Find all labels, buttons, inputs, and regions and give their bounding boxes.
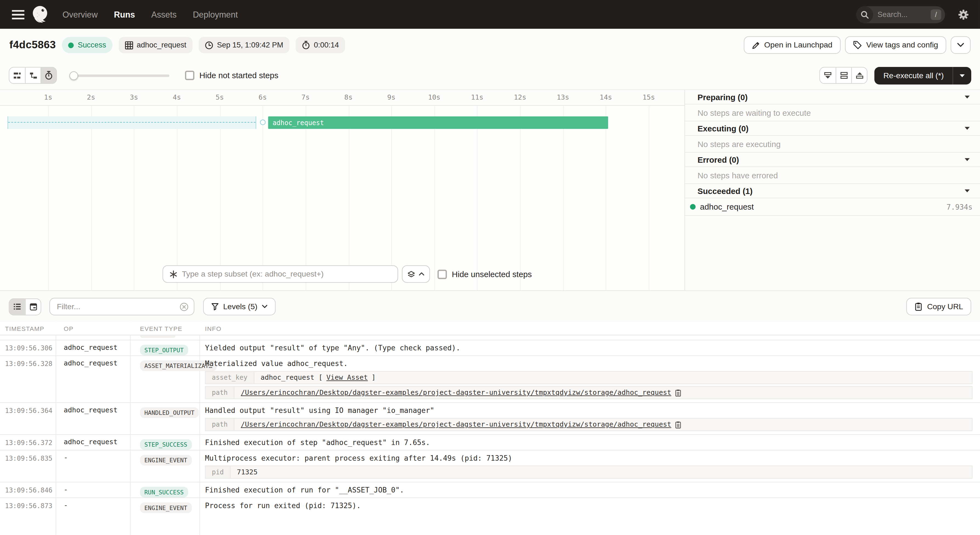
levels-filter-button[interactable]: Levels (5)	[203, 298, 275, 316]
structured-log-view-button[interactable]	[9, 299, 25, 315]
copy-path-icon[interactable]	[675, 389, 681, 396]
copy-url-button[interactable]: Copy URL	[907, 298, 971, 316]
metadata-entry: path/Users/erincochran/Desktop/dagster-e…	[205, 418, 973, 431]
expand-top-panel-button[interactable]	[851, 67, 867, 83]
section-header-1[interactable]: Executing (0)	[685, 121, 980, 136]
dagster-logo-icon[interactable]	[30, 5, 50, 24]
run-actions-menu-button[interactable]	[951, 36, 971, 54]
section-header-3[interactable]: Succeeded (1)	[685, 184, 980, 198]
chevron-down-icon	[957, 43, 964, 48]
log-table-row[interactable]: 13:09:56.306adhoc_requestSTEP_OUTPUTYiel…	[0, 340, 980, 355]
clear-filter-icon[interactable]	[180, 302, 189, 311]
nav-link-deployment[interactable]: Deployment	[193, 10, 238, 19]
section-title: Preparing (0)	[697, 92, 964, 102]
gantt-toolbar: Hide not started steps	[0, 61, 980, 89]
gridline	[434, 105, 435, 290]
zoom-slider[interactable]	[69, 71, 169, 80]
flat-view-icon	[13, 72, 21, 79]
hide-unselected-checkbox[interactable]	[438, 270, 447, 279]
storage-path-link[interactable]: /Users/erincochran/Desktop/dagster-examp…	[241, 388, 671, 397]
hide-not-started-checkbox-row[interactable]: Hide not started steps	[185, 71, 278, 80]
section-header-2[interactable]: Errored (0)	[685, 153, 980, 167]
nav-link-overview[interactable]: Overview	[62, 10, 97, 19]
view-tags-config-button[interactable]: View tags and config	[845, 36, 946, 54]
step-subset-input[interactable]: Type a step subset (ex: adhoc_request+)	[162, 265, 398, 283]
waterfall-view-button[interactable]	[25, 67, 41, 83]
log-timestamp: 13:09:56.835	[0, 450, 56, 482]
reexecute-all-button[interactable]: Re-execute all (*)	[875, 67, 972, 84]
run-id: f4dc5863	[9, 39, 56, 51]
timed-view-button[interactable]	[41, 67, 56, 83]
log-filter-input[interactable]: Filter...	[49, 298, 194, 316]
event-type-badge: STEP_SUCCESS	[140, 439, 192, 450]
log-toolbar: Filter... Levels (5) Copy	[0, 291, 980, 322]
log-info: Finished execution of run for "__ASSET_J…	[199, 482, 980, 497]
axis-tick: 10s	[428, 93, 441, 102]
list-view-icon	[13, 303, 21, 310]
caret-up-icon	[419, 272, 425, 276]
axis-tick: 14s	[600, 93, 612, 102]
log-table-row[interactable]: 13:09:56.328adhoc_requestASSET_MATERIALI…	[0, 355, 980, 402]
hide-unselected-checkbox-row[interactable]: Hide unselected steps	[438, 270, 531, 279]
log-table-row[interactable]: 13:09:56.364adhoc_requestHANDLED_OUTPUTH…	[0, 402, 980, 434]
log-op: -	[56, 498, 130, 513]
axis-tick: 1s	[44, 93, 52, 102]
log-op: adhoc_request	[56, 340, 130, 356]
col-timestamp: Timestamp	[0, 325, 56, 332]
log-table-row[interactable]: 13:09:56.835-ENGINE_EVENTMultiprocess ex…	[0, 450, 980, 482]
zoom-slider-track[interactable]	[69, 74, 169, 77]
reexecute-menu-caret[interactable]	[953, 67, 971, 84]
gear-icon[interactable]	[954, 5, 972, 24]
section-empty-text: No steps have errored	[685, 167, 980, 184]
open-in-launchpad-button[interactable]: Open in Launchpad	[743, 36, 840, 54]
hamburger-menu-icon[interactable]	[7, 4, 29, 25]
status-badge: Success	[62, 37, 112, 53]
waiting-dash-line	[8, 122, 255, 123]
gridline	[48, 105, 49, 290]
start-time-tag: Sep 15, 1:09:42 PM	[199, 37, 290, 53]
step-name: adhoc_request	[700, 202, 947, 212]
raw-log-icon	[29, 303, 37, 311]
hide-not-started-checkbox[interactable]	[185, 71, 194, 80]
raw-log-view-button[interactable]	[25, 299, 41, 315]
log-table-row[interactable]: 13:09:56.372adhoc_requestSTEP_SUCCESSFin…	[0, 434, 980, 450]
col-event-type: Event type	[130, 325, 199, 332]
log-timestamp: 13:09:56.364	[0, 403, 56, 434]
log-table-row[interactable]: 13:09:56.873-ENGINE_EVENTProcess for run…	[0, 497, 980, 513]
search-input[interactable]: Search... /	[856, 6, 945, 23]
nav-link-assets[interactable]: Assets	[151, 10, 177, 19]
storage-path-link[interactable]: /Users/erincochran/Desktop/dagster-examp…	[241, 421, 671, 429]
log-table: Timestamp Op Event type Info 13:09:56.30…	[0, 323, 980, 535]
nav-link-runs[interactable]: Runs	[114, 10, 135, 19]
view-asset-link[interactable]: View Asset	[326, 374, 368, 382]
log-table-header: Timestamp Op Event type Info	[0, 323, 980, 335]
zoom-slider-knob[interactable]	[69, 71, 78, 80]
log-op: adhoc_request	[56, 435, 130, 450]
log-info-text: Yielded output "result" of type "Any". (…	[205, 344, 973, 352]
axis-tick: 8s	[344, 93, 352, 102]
log-timestamp: 13:09:56.372	[0, 435, 56, 450]
split-panels-button[interactable]	[836, 67, 851, 83]
step-visibility-button[interactable]	[402, 265, 430, 283]
collapse-caret-icon	[964, 95, 970, 99]
log-op: -	[56, 450, 130, 482]
gantt-view-mode-group	[9, 67, 57, 84]
log-timestamp: 13:09:56.328	[0, 356, 56, 402]
run-header: f4dc5863 Success adhoc_request Sep 15, 1…	[0, 29, 980, 61]
gridline	[91, 105, 92, 290]
section-header-0[interactable]: Preparing (0)	[685, 90, 980, 104]
log-table-row[interactable]: 13:09:56.846-RUN_SUCCESSFinished executi…	[0, 482, 980, 497]
job-tag[interactable]: adhoc_request	[119, 37, 192, 53]
log-info-text: Materialized value adhoc_request.	[205, 360, 973, 368]
waterfall-view-icon	[29, 72, 37, 79]
axis-tick: 6s	[258, 93, 267, 102]
succeeded-step-row[interactable]: adhoc_request7.934s	[685, 198, 980, 216]
expand-bottom-panel-button[interactable]	[820, 67, 836, 83]
step-start-marker-icon	[260, 120, 266, 125]
section-title: Errored (0)	[697, 155, 964, 164]
chevron-down-icon	[262, 305, 267, 309]
flat-view-button[interactable]	[9, 67, 25, 83]
copy-path-icon[interactable]	[675, 421, 681, 428]
gantt-step-bar[interactable]: adhoc_request	[268, 116, 608, 129]
log-info-text: Finished execution of run for "__ASSET_J…	[205, 486, 973, 494]
